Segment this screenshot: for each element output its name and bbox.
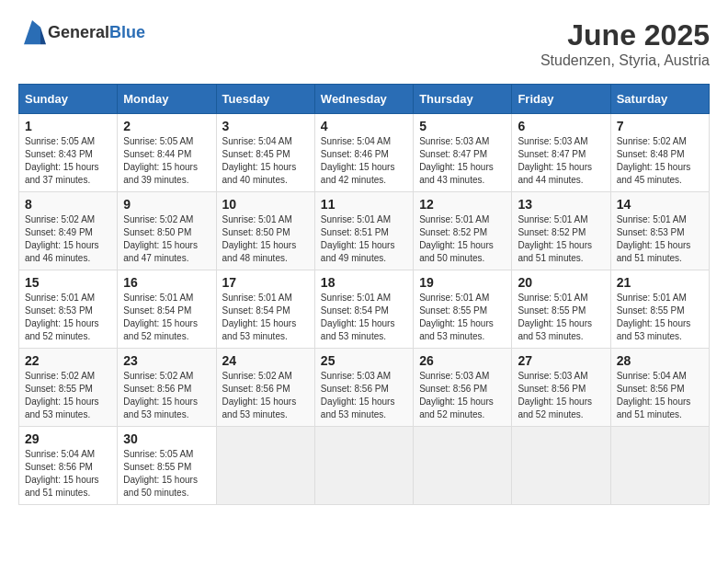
weekday-header-saturday: Saturday [610,85,709,114]
calendar-cell: 3 Sunrise: 5:04 AMSunset: 8:45 PMDayligh… [216,114,314,192]
day-number: 8 [25,197,111,212]
calendar-cell: 28 Sunrise: 5:04 AMSunset: 8:56 PMDaylig… [610,349,709,427]
day-number: 24 [222,353,309,368]
week-row-2: 8 Sunrise: 5:02 AMSunset: 8:49 PMDayligh… [19,192,710,270]
calendar-cell: 21 Sunrise: 5:01 AMSunset: 8:55 PMDaylig… [610,270,709,349]
day-number: 30 [123,431,210,446]
day-info: Sunrise: 5:04 AMSunset: 8:56 PMDaylight:… [617,370,703,421]
header: GeneralBlue June 2025 Studenzen, Styria,… [18,18,710,69]
day-number: 29 [25,431,111,446]
day-info: Sunrise: 5:05 AMSunset: 8:55 PMDaylight:… [123,448,210,500]
day-info: Sunrise: 5:01 AMSunset: 8:53 PMDaylight:… [617,213,703,265]
day-number: 9 [123,197,210,212]
day-info: Sunrise: 5:02 AMSunset: 8:56 PMDaylight:… [123,370,210,421]
day-number: 2 [123,119,210,133]
weekday-header-row: SundayMondayTuesdayWednesdayThursdayFrid… [19,85,710,114]
day-info: Sunrise: 5:01 AMSunset: 8:52 PMDaylight:… [419,213,506,265]
calendar-cell: 12 Sunrise: 5:01 AMSunset: 8:52 PMDaylig… [414,192,512,270]
day-info: Sunrise: 5:04 AMSunset: 8:45 PMDaylight:… [222,135,309,187]
calendar: SundayMondayTuesdayWednesdayThursdayFrid… [18,84,710,505]
day-number: 23 [123,353,210,368]
calendar-cell: 7 Sunrise: 5:02 AMSunset: 8:48 PMDayligh… [610,114,709,192]
day-number: 28 [617,353,703,368]
calendar-cell: 25 Sunrise: 5:03 AMSunset: 8:56 PMDaylig… [314,349,413,427]
week-row-1: 1 Sunrise: 5:05 AMSunset: 8:43 PMDayligh… [19,114,710,192]
day-info: Sunrise: 5:01 AMSunset: 8:55 PMDaylight:… [518,292,604,343]
day-info: Sunrise: 5:01 AMSunset: 8:54 PMDaylight:… [222,292,309,343]
calendar-cell: 27 Sunrise: 5:03 AMSunset: 8:56 PMDaylig… [512,349,610,427]
day-number: 22 [25,353,111,368]
day-number: 26 [419,353,506,368]
calendar-cell: 15 Sunrise: 5:01 AMSunset: 8:53 PMDaylig… [19,270,118,349]
day-info: Sunrise: 5:01 AMSunset: 8:55 PMDaylight:… [419,292,506,343]
day-number: 6 [518,119,604,133]
logo: GeneralBlue [18,18,145,46]
calendar-cell: 17 Sunrise: 5:01 AMSunset: 8:54 PMDaylig… [216,270,314,349]
day-number: 15 [25,275,111,290]
day-number: 17 [222,275,309,290]
day-number: 13 [518,197,604,212]
day-number: 11 [321,197,407,212]
day-info: Sunrise: 5:03 AMSunset: 8:56 PMDaylight:… [321,370,407,421]
day-info: Sunrise: 5:02 AMSunset: 8:48 PMDaylight:… [617,135,703,187]
day-info: Sunrise: 5:02 AMSunset: 8:55 PMDaylight:… [25,370,111,421]
day-info: Sunrise: 5:01 AMSunset: 8:54 PMDaylight:… [123,292,210,343]
day-number: 12 [419,197,506,212]
calendar-cell: 19 Sunrise: 5:01 AMSunset: 8:55 PMDaylig… [414,270,512,349]
calendar-cell: 10 Sunrise: 5:01 AMSunset: 8:50 PMDaylig… [216,192,314,270]
logo-blue-text: Blue [109,23,145,42]
calendar-cell [414,427,512,505]
weekday-header-tuesday: Tuesday [216,85,314,114]
day-info: Sunrise: 5:03 AMSunset: 8:56 PMDaylight:… [518,370,604,421]
day-info: Sunrise: 5:03 AMSunset: 8:47 PMDaylight:… [518,135,604,187]
day-info: Sunrise: 5:01 AMSunset: 8:50 PMDaylight:… [222,213,309,265]
day-info: Sunrise: 5:03 AMSunset: 8:56 PMDaylight:… [419,370,506,421]
calendar-cell [216,427,314,505]
day-info: Sunrise: 5:02 AMSunset: 8:49 PMDaylight:… [25,213,111,265]
day-info: Sunrise: 5:04 AMSunset: 8:56 PMDaylight:… [25,448,111,500]
day-number: 7 [617,119,703,133]
day-number: 20 [518,275,604,290]
day-number: 5 [419,119,506,133]
day-info: Sunrise: 5:02 AMSunset: 8:56 PMDaylight:… [222,370,309,421]
day-number: 4 [321,119,407,133]
svg-marker-1 [40,27,46,44]
calendar-cell: 20 Sunrise: 5:01 AMSunset: 8:55 PMDaylig… [512,270,610,349]
calendar-cell: 14 Sunrise: 5:01 AMSunset: 8:53 PMDaylig… [610,192,709,270]
calendar-cell: 4 Sunrise: 5:04 AMSunset: 8:46 PMDayligh… [314,114,413,192]
calendar-cell: 11 Sunrise: 5:01 AMSunset: 8:51 PMDaylig… [314,192,413,270]
calendar-cell: 9 Sunrise: 5:02 AMSunset: 8:50 PMDayligh… [118,192,216,270]
calendar-cell: 1 Sunrise: 5:05 AMSunset: 8:43 PMDayligh… [19,114,118,192]
day-info: Sunrise: 5:01 AMSunset: 8:55 PMDaylight:… [617,292,703,343]
day-number: 10 [222,197,309,212]
day-number: 19 [419,275,506,290]
day-info: Sunrise: 5:01 AMSunset: 8:53 PMDaylight:… [25,292,111,343]
day-info: Sunrise: 5:01 AMSunset: 8:52 PMDaylight:… [518,213,604,265]
day-number: 16 [123,275,210,290]
svg-marker-0 [24,20,40,44]
calendar-cell [314,427,413,505]
day-number: 3 [222,119,309,133]
calendar-cell: 16 Sunrise: 5:01 AMSunset: 8:54 PMDaylig… [118,270,216,349]
calendar-cell: 22 Sunrise: 5:02 AMSunset: 8:55 PMDaylig… [19,349,118,427]
calendar-cell: 26 Sunrise: 5:03 AMSunset: 8:56 PMDaylig… [414,349,512,427]
logo-icon [18,18,46,46]
location-title: Studenzen, Styria, Austria [540,52,710,69]
weekday-header-friday: Friday [512,85,610,114]
logo-general-text: General [48,23,109,42]
day-info: Sunrise: 5:04 AMSunset: 8:46 PMDaylight:… [321,135,407,187]
day-info: Sunrise: 5:03 AMSunset: 8:47 PMDaylight:… [419,135,506,187]
day-number: 1 [25,119,111,133]
calendar-cell: 23 Sunrise: 5:02 AMSunset: 8:56 PMDaylig… [118,349,216,427]
day-number: 14 [617,197,703,212]
calendar-cell: 30 Sunrise: 5:05 AMSunset: 8:55 PMDaylig… [118,427,216,505]
calendar-cell: 24 Sunrise: 5:02 AMSunset: 8:56 PMDaylig… [216,349,314,427]
day-info: Sunrise: 5:01 AMSunset: 8:51 PMDaylight:… [321,213,407,265]
weekday-header-sunday: Sunday [19,85,118,114]
day-number: 25 [321,353,407,368]
calendar-cell: 2 Sunrise: 5:05 AMSunset: 8:44 PMDayligh… [118,114,216,192]
calendar-cell: 13 Sunrise: 5:01 AMSunset: 8:52 PMDaylig… [512,192,610,270]
weekday-header-monday: Monday [118,85,216,114]
day-number: 27 [518,353,604,368]
week-row-3: 15 Sunrise: 5:01 AMSunset: 8:53 PMDaylig… [19,270,710,349]
